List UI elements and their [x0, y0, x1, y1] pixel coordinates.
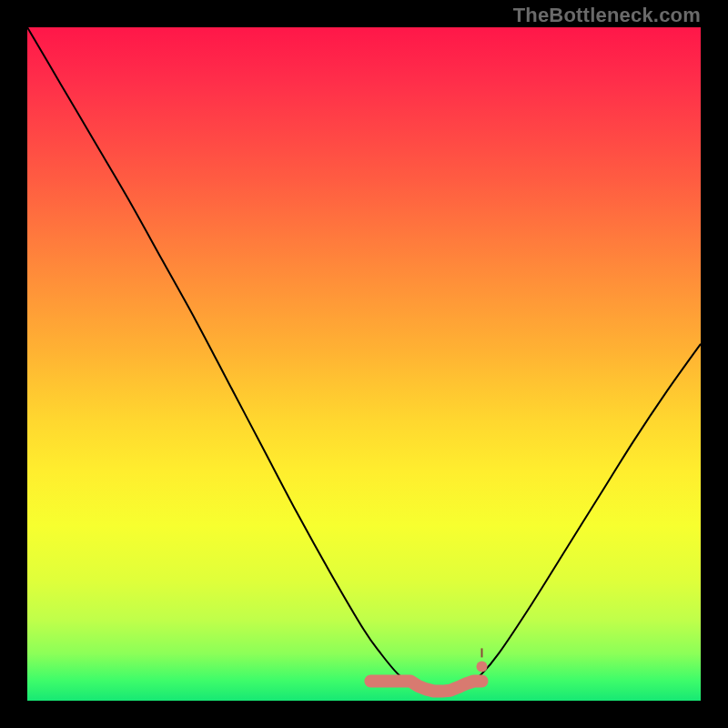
bottleneck-curve — [27, 27, 701, 695]
chart-frame: TheBottleneck.com — [0, 0, 728, 728]
watermark-text: TheBottleneck.com — [513, 4, 701, 27]
curve-layer — [27, 27, 701, 701]
optimal-range-end-dot — [477, 661, 488, 672]
plot-area — [27, 27, 701, 701]
optimal-range-marker — [370, 682, 481, 692]
